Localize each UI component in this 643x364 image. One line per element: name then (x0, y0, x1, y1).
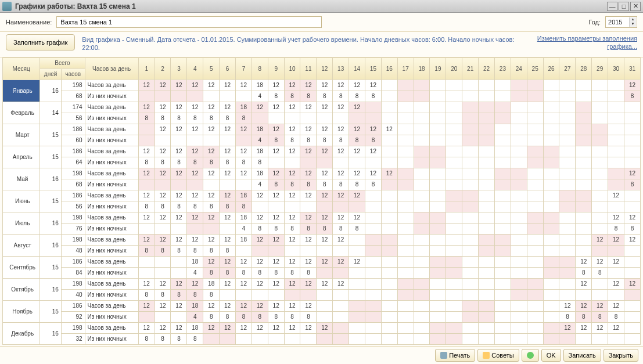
day-cell[interactable]: 12 (349, 124, 365, 135)
night-cell[interactable]: 4 (252, 135, 268, 146)
day-cell[interactable]: 12 (365, 168, 381, 179)
day-cell[interactable]: 12 (187, 146, 203, 157)
day-cell[interactable] (397, 278, 414, 289)
night-cell[interactable] (138, 179, 155, 190)
night-cell[interactable] (462, 223, 479, 234)
day-cell[interactable] (446, 124, 462, 135)
day-cell[interactable] (414, 146, 430, 157)
night-cell[interactable]: 8 (284, 267, 300, 278)
day-cell[interactable] (608, 146, 624, 157)
night-cell[interactable]: 8 (220, 311, 236, 322)
day-cell[interactable] (446, 146, 462, 157)
night-cell[interactable] (576, 179, 592, 190)
table-row[interactable]: 40Из них ночных88888 (3, 289, 641, 300)
day-cell[interactable]: 12 (235, 278, 252, 289)
day-cell[interactable] (527, 146, 543, 157)
night-cell[interactable]: 8 (300, 135, 317, 146)
night-cell[interactable] (608, 245, 624, 256)
night-cell[interactable] (624, 245, 640, 256)
day-cell[interactable]: 12 (300, 234, 317, 245)
night-cell[interactable] (414, 201, 430, 212)
night-cell[interactable] (559, 113, 576, 124)
day-cell[interactable]: 12 (220, 278, 236, 289)
day-cell[interactable]: 12 (608, 322, 624, 333)
day-cell[interactable]: 12 (333, 80, 349, 91)
night-cell[interactable] (576, 91, 592, 102)
day-cell[interactable]: 12 (171, 124, 187, 135)
day-cell[interactable] (446, 102, 462, 113)
night-cell[interactable] (300, 333, 317, 344)
day-cell[interactable]: 12 (284, 124, 300, 135)
day-cell[interactable]: 12 (333, 102, 349, 113)
night-cell[interactable] (527, 289, 543, 300)
night-cell[interactable] (235, 333, 252, 344)
day-cell[interactable]: 12 (252, 256, 268, 267)
minimize-button[interactable]: — (607, 2, 617, 11)
night-cell[interactable] (494, 311, 511, 322)
night-cell[interactable] (494, 113, 511, 124)
day-cell[interactable] (527, 124, 543, 135)
day-cell[interactable]: 12 (333, 146, 349, 157)
table-row[interactable]: 60Из них ночных48888888 (3, 135, 641, 146)
day-cell[interactable]: 12 (300, 212, 317, 223)
day-cell[interactable] (527, 190, 543, 201)
night-cell[interactable] (333, 333, 349, 344)
night-cell[interactable]: 8 (187, 157, 203, 168)
day-cell[interactable] (446, 190, 462, 201)
night-cell[interactable] (333, 201, 349, 212)
night-cell[interactable] (203, 91, 220, 102)
day-cell[interactable] (576, 168, 592, 179)
night-cell[interactable] (527, 245, 543, 256)
night-cell[interactable] (494, 201, 511, 212)
day-cell[interactable]: 12 (333, 190, 349, 201)
day-cell[interactable]: 12 (155, 322, 171, 333)
night-cell[interactable]: 8 (171, 157, 187, 168)
day-cell[interactable]: 12 (268, 212, 284, 223)
day-cell[interactable]: 12 (203, 146, 220, 157)
day-cell[interactable] (479, 322, 495, 333)
night-cell[interactable]: 4 (252, 179, 268, 190)
night-cell[interactable] (300, 201, 317, 212)
night-cell[interactable] (397, 289, 414, 300)
night-cell[interactable]: 8 (268, 223, 284, 234)
night-cell[interactable] (155, 311, 171, 322)
night-cell[interactable]: 8 (592, 311, 608, 322)
day-cell[interactable] (527, 102, 543, 113)
night-cell[interactable] (187, 135, 203, 146)
day-cell[interactable]: 12 (284, 234, 300, 245)
day-cell[interactable]: 18 (252, 124, 268, 135)
night-cell[interactable] (608, 179, 624, 190)
day-cell[interactable] (624, 300, 640, 311)
night-cell[interactable]: 8 (333, 91, 349, 102)
day-cell[interactable]: 18 (235, 212, 252, 223)
day-cell[interactable] (559, 102, 576, 113)
night-cell[interactable] (462, 113, 479, 124)
day-cell[interactable] (397, 124, 414, 135)
day-cell[interactable]: 12 (138, 146, 155, 157)
night-cell[interactable] (171, 267, 187, 278)
night-cell[interactable] (381, 311, 397, 322)
day-cell[interactable] (397, 256, 414, 267)
night-cell[interactable] (381, 333, 397, 344)
day-cell[interactable] (511, 124, 527, 135)
night-cell[interactable]: 8 (576, 267, 592, 278)
night-cell[interactable]: 8 (203, 245, 220, 256)
day-cell[interactable]: 18 (187, 322, 203, 333)
day-cell[interactable] (543, 212, 559, 223)
day-cell[interactable] (559, 234, 576, 245)
night-cell[interactable] (462, 157, 479, 168)
day-cell[interactable] (494, 102, 511, 113)
night-cell[interactable] (559, 179, 576, 190)
night-cell[interactable] (300, 113, 317, 124)
day-cell[interactable]: 12 (624, 212, 640, 223)
night-cell[interactable] (559, 289, 576, 300)
night-cell[interactable] (235, 135, 252, 146)
day-cell[interactable] (559, 146, 576, 157)
table-row[interactable]: Февраль14174Часов за день121212121212181… (3, 102, 641, 113)
day-cell[interactable]: 12 (576, 256, 592, 267)
night-cell[interactable] (494, 135, 511, 146)
night-cell[interactable]: 8 (155, 333, 171, 344)
night-cell[interactable] (511, 245, 527, 256)
day-cell[interactable]: 12 (365, 146, 381, 157)
night-cell[interactable] (624, 135, 640, 146)
